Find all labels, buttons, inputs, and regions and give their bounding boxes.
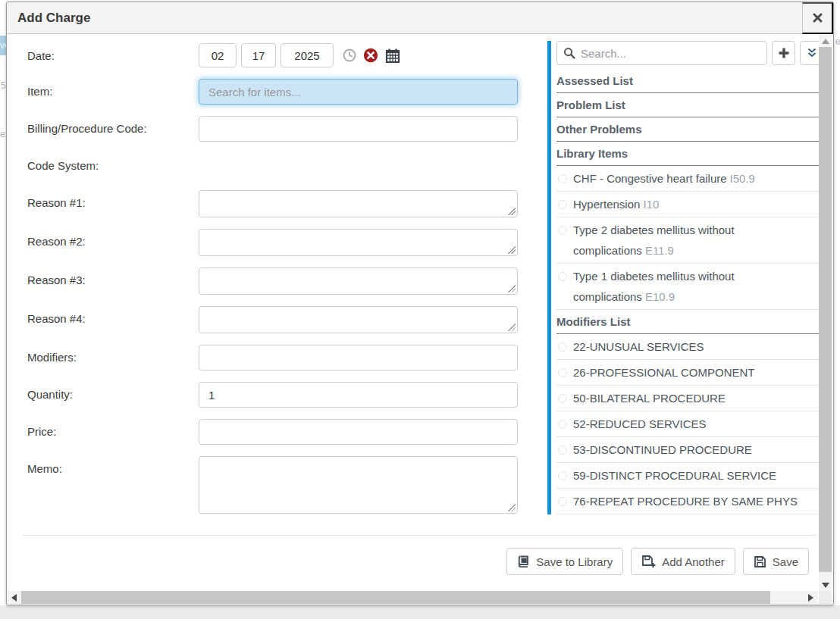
memo-row: Memo: xyxy=(27,456,528,514)
modifier-item[interactable]: 59-DISTINCT PROCEDURAL SERVICE xyxy=(556,463,823,489)
vertical-scrollbar[interactable] xyxy=(819,35,832,592)
quantity-label: Quantity: xyxy=(27,382,199,408)
scroll-up-arrow-icon[interactable] xyxy=(822,39,829,44)
circle-icon xyxy=(558,200,567,209)
scroll-right-arrow-icon[interactable] xyxy=(808,594,813,602)
clear-circle-x-icon xyxy=(363,48,378,63)
clock-icon xyxy=(343,48,356,62)
save-to-library-label: Save to Library xyxy=(536,555,613,568)
section-title-assessed-list: Assessed List xyxy=(556,69,823,93)
save-label: Save xyxy=(773,555,798,568)
memo-label: Memo: xyxy=(27,456,199,514)
dialog-title: Add Charge xyxy=(7,11,90,26)
horizontal-scrollbar-thumb[interactable] xyxy=(21,591,770,604)
library-item[interactable]: HypertensionI10 xyxy=(556,192,823,217)
close-button[interactable] xyxy=(802,2,833,34)
code-system-label: Code System: xyxy=(27,153,199,179)
add-charge-dialog: Add Charge Date: xyxy=(6,2,834,605)
date-row: Date: xyxy=(27,43,528,67)
circle-icon xyxy=(558,445,567,455)
panel-search-row xyxy=(556,41,823,65)
time-button[interactable] xyxy=(343,48,356,62)
quantity-row: Quantity: xyxy=(27,382,528,408)
add-item-button[interactable] xyxy=(772,41,795,65)
modifier-item[interactable]: 22-UNUSUAL SERVICES xyxy=(556,334,823,360)
search-icon xyxy=(563,47,575,59)
save-button[interactable]: Save xyxy=(743,548,809,575)
reason1-row: Reason #1: xyxy=(27,190,528,217)
modifiers-label: Modifiers: xyxy=(27,345,199,370)
circle-icon xyxy=(558,394,567,403)
modifier-item[interactable]: 76-REPEAT PROCEDURE BY SAME PHYS xyxy=(556,489,823,514)
reason4-input[interactable] xyxy=(199,306,518,333)
circle-icon xyxy=(558,497,567,506)
price-input[interactable] xyxy=(199,419,518,445)
scroll-down-arrow-icon[interactable] xyxy=(822,583,829,588)
date-label: Date: xyxy=(27,43,199,67)
item-label: Item: xyxy=(27,79,199,105)
add-another-label: Add Another xyxy=(662,555,725,568)
panel-accent-bar xyxy=(547,41,551,514)
plus-icon xyxy=(778,47,790,59)
double-chevron-down-icon xyxy=(806,48,818,58)
backdrop-fragment: e xyxy=(835,36,840,47)
dialog-titlebar: Add Charge xyxy=(7,2,833,34)
reason2-input[interactable] xyxy=(199,229,518,256)
dialog-footer: Save to Library Add Another Save xyxy=(23,535,817,575)
calendar-icon xyxy=(385,48,400,63)
reason3-label: Reason #3: xyxy=(27,267,199,295)
circle-icon xyxy=(558,342,567,352)
clear-date-button[interactable] xyxy=(363,48,378,63)
price-label: Price: xyxy=(27,419,199,445)
billing-code-input[interactable] xyxy=(199,116,518,142)
add-another-button[interactable]: Add Another xyxy=(631,548,735,575)
price-row: Price: xyxy=(27,419,528,445)
reason4-row: Reason #4: xyxy=(27,306,528,333)
reason3-row: Reason #3: xyxy=(27,267,528,295)
horizontal-scrollbar[interactable] xyxy=(8,591,818,604)
item-row: Item: xyxy=(27,79,528,105)
quantity-input[interactable] xyxy=(199,382,518,408)
date-year-input[interactable] xyxy=(281,43,334,67)
library-item[interactable]: CHF - Congestive heart failureI50.9 xyxy=(556,166,823,192)
panel-search-input[interactable] xyxy=(556,41,767,65)
calendar-button[interactable] xyxy=(385,48,400,63)
code-system-row: Code System: xyxy=(27,153,528,179)
book-icon xyxy=(517,555,530,568)
memo-input[interactable] xyxy=(199,456,518,514)
modifier-item[interactable]: 50-BILATERAL PROCEDURE xyxy=(556,386,823,411)
reason2-row: Reason #2: xyxy=(27,229,528,256)
section-title-problem-list: Problem List xyxy=(556,93,823,117)
problem-library-panel: Assessed List Problem List Other Problem… xyxy=(547,41,823,514)
backdrop-fragment: ve xyxy=(0,36,6,55)
reason3-input[interactable] xyxy=(199,267,518,295)
modifier-item[interactable]: 52-REDUCED SERVICES xyxy=(556,411,823,437)
date-day-input[interactable] xyxy=(241,43,276,67)
circle-icon xyxy=(558,471,567,480)
modifiers-input[interactable] xyxy=(199,345,518,370)
scroll-left-arrow-icon[interactable] xyxy=(11,594,17,602)
circle-icon xyxy=(558,226,567,235)
billing-code-label: Billing/Procedure Code: xyxy=(27,116,199,142)
date-month-input[interactable] xyxy=(199,43,237,67)
section-title-library-items: Library Items xyxy=(556,142,823,166)
library-item[interactable]: Type 1 diabetes mellitus without complic… xyxy=(556,264,823,310)
save-plus-icon xyxy=(641,555,656,568)
page-background xyxy=(0,605,840,619)
vertical-scrollbar-thumb[interactable] xyxy=(819,47,832,572)
library-item[interactable]: Type 2 diabetes mellitus without complic… xyxy=(556,217,823,264)
section-title-other-problems: Other Problems xyxy=(556,117,823,142)
close-icon xyxy=(813,13,823,23)
circle-icon xyxy=(558,272,567,281)
circle-icon xyxy=(558,368,567,377)
modifiers-row: Modifiers: xyxy=(27,345,528,370)
scrollbar-corner xyxy=(819,591,832,604)
modifier-item[interactable]: 53-DISCONTINUED PROCEDURE xyxy=(556,437,823,463)
reason1-input[interactable] xyxy=(199,190,518,217)
save-to-library-button[interactable]: Save to Library xyxy=(506,548,623,575)
circle-icon xyxy=(558,174,567,183)
modifier-item[interactable]: 26-PROFESSIONAL COMPONENT xyxy=(556,360,823,386)
item-search-input[interactable] xyxy=(199,79,518,105)
reason4-label: Reason #4: xyxy=(27,306,199,333)
floppy-save-icon xyxy=(754,555,766,568)
